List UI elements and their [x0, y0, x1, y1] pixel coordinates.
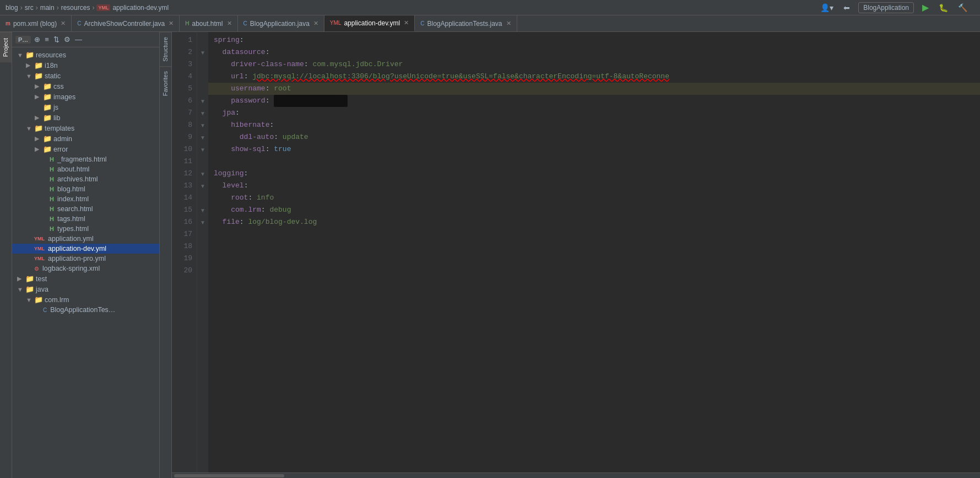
tree-item-application-dev-yml[interactable]: YML application-dev.yml [12, 244, 159, 254]
fold7[interactable]: ▼ [197, 107, 208, 119]
arrow-test[interactable]: ▶ [17, 275, 24, 282]
build-button[interactable]: 🔨 [956, 3, 969, 13]
breadcrumb-main[interactable]: main [40, 4, 55, 12]
tree-item-application-yml[interactable]: YML application.yml [12, 234, 159, 244]
breadcrumb-resources[interactable]: resources [61, 4, 90, 12]
sidebar-collapse-icon[interactable]: — [74, 34, 83, 45]
tab-blogapp-label: BlogApplication.java [250, 20, 310, 28]
hscroll-thumb[interactable] [174, 474, 284, 477]
code-content[interactable]: spring: datasource: driver-class-name: c… [208, 32, 980, 472]
fold16[interactable]: ▼ [197, 216, 208, 228]
tree-item-comlrm[interactable]: ▼ 📁 com.lrm [12, 294, 159, 305]
html-icon-about: H [185, 20, 189, 26]
tree-item-blogapptests[interactable]: C BlogApplicationTes… [12, 305, 159, 315]
ln19: 19 [176, 253, 192, 265]
arrow-css[interactable]: ▶ [35, 83, 41, 90]
horizontal-scrollbar[interactable] [172, 472, 980, 478]
arrow-resources[interactable]: ▼ [17, 52, 24, 58]
project-tab[interactable]: Project [0, 32, 12, 62]
fold8[interactable]: ▼ [197, 119, 208, 131]
file-icon-html-archives: H [50, 176, 54, 182]
sep1: › [20, 4, 23, 12]
fold17 [197, 228, 208, 240]
fold12[interactable]: ▼ [197, 168, 208, 180]
favorites-tab[interactable]: Favorites [160, 66, 171, 100]
tab-about-close[interactable]: ✕ [227, 20, 232, 27]
tree-item-lib[interactable]: ▶ 📁 lib [12, 112, 159, 123]
label-types-html: types.html [57, 225, 89, 233]
kw-root: root [231, 192, 248, 204]
tree-item-js[interactable]: 📁 js [12, 102, 159, 112]
file-icon-yml-pro: YML [34, 256, 45, 261]
arrow-templates[interactable]: ▼ [26, 125, 33, 132]
tree-item-application-pro-yml[interactable]: YML application-pro.yml [12, 254, 159, 264]
tab-about[interactable]: H about.html ✕ [180, 15, 237, 31]
ln11: 11 [176, 155, 192, 168]
label-tags-html: tags.html [57, 215, 85, 223]
tab-blogtest[interactable]: C BlogApplicationTests.java ✕ [415, 15, 517, 31]
fold9[interactable]: ▼ [197, 131, 208, 143]
tree-item-tags-html[interactable]: H tags.html [12, 214, 159, 224]
tree-item-archives[interactable]: H archives.html [12, 174, 159, 184]
tree-item-static[interactable]: ▼ 📁 static [12, 71, 159, 81]
arrow-images[interactable]: ▶ [35, 93, 41, 100]
tab-blogapp-close[interactable]: ✕ [313, 20, 318, 27]
fold13[interactable]: ▼ [197, 180, 208, 192]
ln2: 2 [176, 46, 192, 58]
app-selector[interactable]: BlogApplication [858, 2, 914, 13]
tree-item-java[interactable]: ▼ 📁 java [12, 284, 159, 294]
sidebar-add-icon[interactable]: ⊕ [33, 34, 41, 45]
sidebar-settings-icon[interactable]: ⚙ [63, 34, 72, 45]
tree-item-index-html[interactable]: H index.html [12, 194, 159, 204]
code-line-15: com.lrm: debug [208, 204, 980, 216]
tab-pom[interactable]: m pom.xml (blog) ✕ [0, 15, 72, 31]
tree-item-test[interactable]: ▶ 📁 test [12, 273, 159, 284]
tree-item-logback[interactable]: ⚙ logback-spring.xml [12, 264, 159, 273]
tree-item-templates[interactable]: ▼ 📁 templates [12, 123, 159, 133]
arrow-static[interactable]: ▼ [26, 73, 33, 79]
arrow-comlrm[interactable]: ▼ [26, 297, 33, 303]
val-file: log/blog-dev.log [248, 216, 317, 228]
breadcrumb-src[interactable]: src [25, 4, 34, 12]
run-button[interactable]: ▶ [921, 2, 930, 13]
tab-blogtest-close[interactable]: ✕ [506, 20, 511, 27]
fold18 [197, 240, 208, 253]
tab-appdev-close[interactable]: ✕ [404, 19, 409, 26]
profile-icon[interactable]: 👤▾ [819, 3, 835, 13]
tree-item-i18n[interactable]: ▶ 📁 i18n [12, 60, 159, 71]
tab-blogapp[interactable]: C BlogApplication.java ✕ [238, 15, 324, 31]
nav-back-icon[interactable]: ⬅ [842, 3, 852, 13]
sidebar-list-icon[interactable]: ≡ [44, 34, 50, 45]
tree-item-types-html[interactable]: H types.html [12, 224, 159, 234]
fold6[interactable]: ▼ [197, 95, 208, 107]
file-icon-html-index: H [50, 196, 54, 202]
tree-item-admin[interactable]: ▶ 📁 admin [12, 133, 159, 144]
tree-item-resources[interactable]: ▼ 📁 resources [12, 50, 159, 60]
tab-archive[interactable]: C ArchiveShowController.java ✕ [72, 15, 180, 31]
code-line-13: level: [208, 180, 980, 192]
tree-item-fragments[interactable]: H _fragments.html [12, 154, 159, 164]
fold15[interactable]: ▼ [197, 204, 208, 216]
arrow-error[interactable]: ▶ [35, 146, 41, 153]
tree-item-images[interactable]: ▶ 📁 images [12, 92, 159, 102]
tab-appdev-label: application-dev.yml [344, 19, 400, 27]
arrow-i18n[interactable]: ▶ [26, 62, 33, 69]
tab-pom-close[interactable]: ✕ [61, 20, 66, 27]
tree-item-about-html[interactable]: H about.html [12, 164, 159, 174]
fold2[interactable]: ▼ [197, 46, 208, 58]
arrow-java[interactable]: ▼ [17, 286, 24, 293]
fold10[interactable]: ▼ [197, 143, 208, 155]
tab-appdev[interactable]: YML application-dev.yml ✕ [324, 15, 415, 31]
tab-archive-close[interactable]: ✕ [169, 20, 174, 27]
sidebar-sort-icon[interactable]: ⇅ [52, 34, 61, 45]
structure-tab[interactable]: Structure [160, 32, 171, 66]
tree-item-css[interactable]: ▶ 📁 css [12, 81, 159, 92]
debug-button[interactable]: 🐛 [937, 3, 950, 13]
arrow-admin[interactable]: ▶ [35, 135, 41, 142]
tree-item-search-html[interactable]: H search.html [12, 204, 159, 214]
breadcrumb-blog[interactable]: blog [6, 4, 18, 12]
tree-item-blog-html[interactable]: H blog.html [12, 184, 159, 194]
tree-item-error[interactable]: ▶ 📁 error [12, 144, 159, 154]
sidebar-tree: ▼ 📁 resources ▶ 📁 i18n ▼ 📁 static [12, 47, 159, 478]
arrow-lib[interactable]: ▶ [35, 114, 41, 121]
